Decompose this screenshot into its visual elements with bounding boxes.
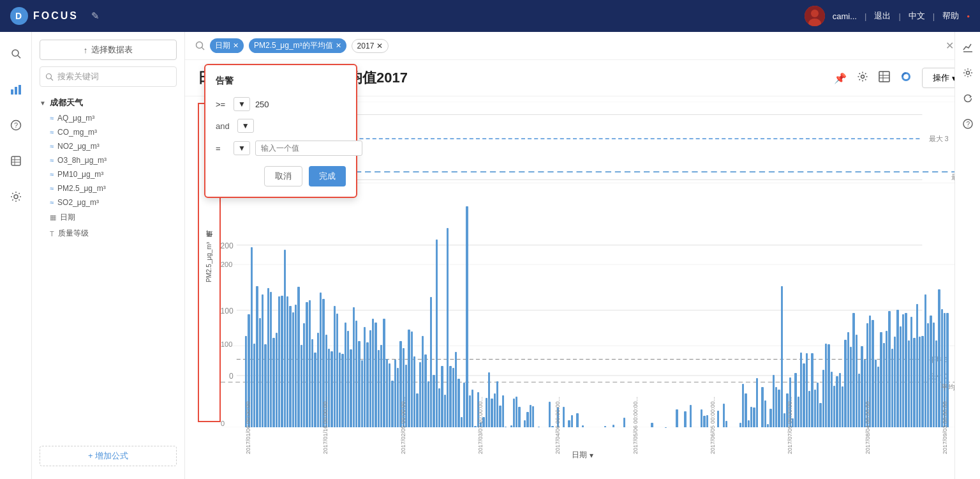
right-icon-help[interactable]: ? [963,119,973,132]
sidebar-item-data[interactable] [4,149,27,172]
add-formula-button[interactable]: + 增加公式 [40,446,177,466]
chart-actions: 📌 [834,68,967,88]
field-icon-co: ≈ [50,128,54,136]
svg-rect-7 [19,85,21,95]
logo-icon: D [10,7,28,25]
field-co[interactable]: ≈ CO_mg_m³ [40,125,177,139]
alert-condition-2: = ▼ [216,141,346,156]
donut-chart-icon[interactable] [900,71,912,86]
search-bar-area: 日期 ✕ PM2.5_μg_m³的平均值 ✕ 2017 ✕ ✕ ↻ [185,32,980,60]
connector-label: and [216,121,230,131]
svg-rect-10 [11,156,20,165]
data-section: ▼ 成都天气 ≈ AQ_μg_m³ ≈ CO_mg_m³ ≈ NO2_μg_m³… [40,95,177,241]
topnav-right: cami... | 退出 | 中文 | 帮助 ● [805,6,970,26]
svg-point-3 [12,50,19,56]
field-o3[interactable]: ≈ O3_8h_μg_m³ [40,153,177,167]
main-content: 日期 ✕ PM2.5_μg_m³的平均值 ✕ 2017 ✕ ✕ ↻ 日期 PM2… [185,32,980,479]
svg-line-18 [202,47,204,50]
left-panel: ↑ 选择数据表 搜索关键词 ▼ 成都天气 ≈ AQ_μg_m³ ≈ CO_mg_… [32,32,185,479]
field-pm25[interactable]: ≈ PM2.5_μg_m³ [40,181,177,195]
svg-rect-6 [15,87,17,95]
right-icon-settings[interactable] [963,68,973,80]
field-icon-aq: ≈ [50,114,54,122]
svg-line-4 [18,56,20,58]
svg-text:?: ? [966,121,970,128]
x-axis-dates: 2017/01/06 00:00:00... 2017/01/16 00:00:… [245,397,948,454]
svg-rect-20 [879,72,889,82]
condition2-select[interactable]: ▼ [234,141,250,155]
svg-point-1 [811,10,819,17]
search-placeholder: 搜索关键词 [57,71,99,82]
field-icon-so2: ≈ [50,199,54,206]
field-pm10[interactable]: ≈ PM10_μg_m³ [40,167,177,181]
right-icon-chart[interactable] [963,42,973,55]
sidebar-icons: ? [0,32,32,479]
filter-tag-date[interactable]: 日期 ✕ [210,38,244,53]
svg-text:?: ? [14,121,18,129]
field-aq[interactable]: ≈ AQ_μg_m³ [40,111,177,125]
language-link[interactable]: 中文 [909,10,925,22]
sidebar-item-chart[interactable] [4,78,27,101]
cancel-button[interactable]: 取消 [264,166,302,186]
help-dot: ● [967,13,970,19]
condition2-input[interactable] [255,141,362,156]
help-link[interactable]: 帮助 [942,10,959,22]
filter-tag-date-close[interactable]: ✕ [233,42,239,50]
done-button[interactable]: 完成 [309,166,346,186]
search-icon [195,41,205,50]
condition1-operator: >= [216,100,228,109]
condition1-value: 250 [255,100,269,109]
connector-select[interactable]: ▼ [237,119,254,133]
field-no2[interactable]: ≈ NO2_μg_m³ [40,139,177,153]
pin-icon[interactable]: 📌 [834,72,847,84]
settings-icon[interactable] [857,71,868,86]
field-icon-pm25: ≈ [50,185,54,192]
section-title[interactable]: ▼ 成都天气 [40,95,177,111]
field-icon-quality: T [50,230,54,238]
field-quality[interactable]: T 质量等级 [40,225,177,241]
left-panel-search[interactable]: 搜索关键词 [40,66,177,87]
right-sidebar: ? [954,32,980,479]
edit-icon[interactable]: ✎ [91,10,100,22]
svg-point-19 [861,75,865,78]
alert-title: 告警 [216,75,346,87]
condition2-operator: = [216,144,228,153]
field-so2[interactable]: ≈ SO2_μg_m³ [40,195,177,209]
svg-line-16 [51,78,54,80]
field-icon-no2: ≈ [50,142,54,150]
svg-point-48 [966,72,969,75]
filter-tag-pm25-close[interactable]: ✕ [336,42,341,50]
alert-connector: and ▼ [216,119,346,133]
y-axis-label: PM2.5_μg_m³平均值 [205,242,214,282]
search-close-button[interactable]: ✕ [946,40,954,52]
username: cami... [833,11,857,21]
alert-dialog: 告警 >= ▼ 250 and ▼ = ▼ [204,64,357,198]
app-title: FOCUS [33,10,78,22]
alert-condition-1: >= ▼ 250 [216,97,346,111]
sidebar-item-settings[interactable] [4,185,27,208]
svg-point-14 [14,195,18,199]
sidebar-item-search[interactable] [4,42,27,65]
field-icon-pm10: ≈ [50,171,54,178]
avatar [805,6,825,26]
filter-tag-year[interactable]: 2017 ✕ [352,39,389,53]
condition1-select[interactable]: ▼ [234,97,250,111]
table-icon[interactable] [879,71,890,86]
section-triangle: ▼ [40,100,46,107]
field-icon-date: ▦ [50,213,56,222]
field-date[interactable]: ▦ 日期 [40,209,177,225]
year-tag-close[interactable]: ✕ [376,42,383,50]
svg-point-15 [47,73,52,79]
logout-link[interactable]: 退出 [874,10,891,22]
select-data-button[interactable]: ↑ 选择数据表 [40,40,177,60]
bar-item[interactable] [466,206,468,427]
logo: D FOCUS [10,7,78,25]
svg-rect-5 [11,89,13,95]
filter-tag-pm25[interactable]: PM2.5_μg_m³的平均值 ✕ [249,38,346,53]
alert-buttons: 取消 完成 [216,166,346,186]
field-icon-o3: ≈ [50,156,54,164]
right-icon-refresh[interactable] [963,93,973,106]
sidebar-item-help[interactable]: ? [4,114,27,137]
topnav: D FOCUS ✎ cami... | 退出 | 中文 | 帮助 ● [0,0,980,32]
